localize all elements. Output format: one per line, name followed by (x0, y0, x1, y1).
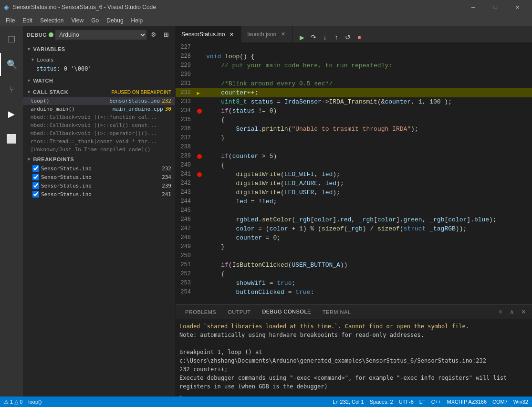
board-text: MXCHIP AZ3166 (447, 399, 487, 405)
code-line-241: 241 digitalWrite(LED_WIFI, led); (176, 170, 532, 179)
current-line-arrow: ➤ (196, 90, 203, 96)
activity-debug[interactable]: ▶ (0, 103, 23, 125)
status-location[interactable]: loop() (28, 399, 42, 405)
port-text: COM7 (492, 399, 508, 405)
breakpoint-239 (197, 154, 202, 159)
code-line-246: 246 rgbLed.setColor(_rgb[color].red, _rg… (176, 215, 532, 224)
window-controls: ─ □ ✕ (462, 0, 528, 14)
code-line-227: 227 (176, 43, 532, 52)
console-line-2 (179, 339, 528, 348)
activity-bar: ❐ 🔍 ⑂ ▶ ⬜ (0, 26, 23, 407)
callstack-item-4[interactable]: mbed::Callback<void ()>::operator()()... (23, 129, 175, 137)
activity-search[interactable]: 🔍 (0, 53, 23, 76)
panel-close-button[interactable]: ✕ (519, 307, 528, 317)
status-platform[interactable]: Win32 (513, 399, 528, 405)
panel-tab-terminal[interactable]: TERMINAL (317, 305, 357, 319)
callstack-item-6[interactable]: [Unknown/Just-In-Time compiled code]() (23, 146, 175, 154)
panel-tab-problems[interactable]: PROBLEMS (179, 305, 222, 319)
code-line-245: 245 (176, 206, 532, 215)
tab-launch-json-close[interactable]: ✕ (279, 31, 287, 38)
status-spaces[interactable]: Spaces: 2 (370, 399, 393, 405)
paused-badge: PAUSED ON BREAKPOINT (112, 90, 171, 95)
variables-header[interactable]: ▼ VARIABLES (23, 43, 175, 54)
debug-continue-button[interactable]: ▶ (297, 32, 307, 42)
activity-explorer[interactable]: ❐ (0, 28, 23, 51)
code-line-249: 249 } (176, 242, 532, 251)
callstack-item-2[interactable]: mbed::Callback<void ()>::function_cal... (23, 113, 175, 121)
callstack-item-0[interactable]: loop() SensorStatus.ino232 (23, 97, 175, 105)
spaces-text: Spaces: 2 (370, 399, 393, 405)
breakpoint-item-0[interactable]: SensorStatus.ino 232 (23, 164, 175, 173)
breakpoint-checkbox-1[interactable] (32, 174, 39, 180)
locals-label: Locals (37, 57, 53, 63)
debug-restart-button[interactable]: ↺ (343, 32, 353, 42)
debug-controls: ▶ ↷ ↓ ↑ ↺ ■ (297, 32, 365, 42)
debug-run-indicator (49, 32, 53, 37)
minimize-button[interactable]: ─ (462, 0, 484, 14)
menu-go[interactable]: Go (87, 14, 103, 26)
tab-sensorstatus-close[interactable]: ✕ (228, 31, 235, 38)
status-line-ending[interactable]: LF (419, 399, 426, 405)
callstack-item-5[interactable]: rtos::Thread::_thunk(const void * thr... (23, 137, 175, 146)
code-line-236: 236 Serial.println("Unable to trasmit th… (176, 125, 532, 134)
panel-content: Loaded `shared libraries loaded at this … (176, 319, 532, 407)
console-line-5: Execute debugger commands using "-exec <… (179, 374, 528, 391)
menu-file[interactable]: File (2, 14, 19, 26)
status-encoding[interactable]: UTF-8 (399, 399, 414, 405)
tab-launch-json[interactable]: launch.json ✕ (241, 26, 293, 42)
error-icon: ⚠ (4, 399, 9, 405)
code-line-229: 229 // put your main code here, to run r… (176, 61, 532, 70)
status-port[interactable]: COM7 (492, 399, 508, 405)
line-ending-text: LF (419, 399, 426, 405)
tab-bar: SensorStatus.ino ✕ launch.json ✕ ▶ ↷ ↓ ↑… (176, 26, 532, 43)
app-icon: ◈ (4, 3, 9, 11)
warning-count: 0 (20, 399, 22, 405)
menu-edit[interactable]: Edit (19, 14, 36, 26)
activity-source-control[interactable]: ⑂ (0, 78, 23, 101)
breakpoint-checkbox-0[interactable] (32, 165, 39, 172)
status-language[interactable]: C++ (431, 399, 441, 405)
status-error-warning[interactable]: ⚠ 1 △ 0 (4, 399, 22, 405)
maximize-button[interactable]: □ (484, 0, 506, 14)
panel-tab-output[interactable]: OUTPUT (222, 305, 256, 319)
title-bar: ◈ SensorStatus.ino - SensorStatus_6 - Vi… (0, 0, 532, 14)
panel-wrap-button[interactable]: ≡ (496, 307, 505, 317)
locals-header[interactable]: ▼ Locals (23, 54, 175, 64)
menu-selection[interactable]: Selection (36, 14, 67, 26)
variables-section: ▼ VARIABLES ▼ Locals status: 0 '\000' (23, 43, 175, 75)
status-board[interactable]: MXCHIP AZ3166 (447, 399, 487, 405)
panel-collapse-button[interactable]: ∧ (507, 307, 517, 317)
breakpoints-header[interactable]: ▼ BREAKPOINTS (23, 154, 175, 164)
debug-step-over-button[interactable]: ↷ (308, 32, 319, 42)
breakpoint-item-2[interactable]: SensorStatus.ino 239 (23, 181, 175, 190)
code-line-240: 240 { (176, 161, 532, 170)
menu-view[interactable]: View (67, 14, 87, 26)
debug-stop-button[interactable]: ■ (354, 32, 365, 42)
panel-tab-debug-console[interactable]: DEBUG CONSOLE (256, 305, 316, 319)
menu-debug[interactable]: Debug (103, 14, 127, 26)
status-position[interactable]: Ln 232, Col 1 (333, 399, 364, 405)
callstack-item-1[interactable]: arduino_main() main_arduino.cpp30 (23, 105, 175, 113)
debug-step-into-button[interactable]: ↓ (320, 32, 330, 42)
menu-help[interactable]: Help (127, 14, 147, 26)
debug-layout-button[interactable]: ⊞ (161, 30, 171, 40)
code-line-231: 231 /*Blink around every 0.5 sec*/ (176, 79, 532, 88)
callstack-item-3[interactable]: mbed::Callback<void ()>::call() const... (23, 121, 175, 129)
code-line-253: 253 showWifi = true; (176, 279, 532, 288)
debug-settings-button[interactable]: ⚙ (148, 30, 159, 40)
debug-step-out-button[interactable]: ↑ (331, 32, 342, 42)
debug-target-select[interactable]: Arduino (55, 30, 146, 40)
breakpoint-checkbox-2[interactable] (32, 182, 39, 189)
code-editor[interactable]: 227 228 void loop() { 229 // put your ma… (176, 43, 532, 304)
callstack-label: CALL STACK (33, 89, 112, 95)
window-title: SensorStatus.ino - SensorStatus_6 - Visu… (13, 4, 459, 10)
callstack-header[interactable]: ▼ CALL STACK PAUSED ON BREAKPOINT (23, 87, 175, 97)
tab-sensorstatus[interactable]: SensorStatus.ino ✕ (176, 26, 241, 42)
watch-header[interactable]: ▼ WATCH (23, 75, 175, 85)
activity-extensions[interactable]: ⬜ (0, 127, 23, 150)
close-button[interactable]: ✕ (506, 0, 528, 14)
breakpoint-checkbox-3[interactable] (32, 191, 39, 198)
code-line-254: 254 buttonClicked = true: (176, 288, 532, 297)
breakpoint-item-3[interactable]: SensorStatus.ino 241 (23, 190, 175, 198)
breakpoint-item-1[interactable]: SensorStatus.ino 234 (23, 173, 175, 181)
